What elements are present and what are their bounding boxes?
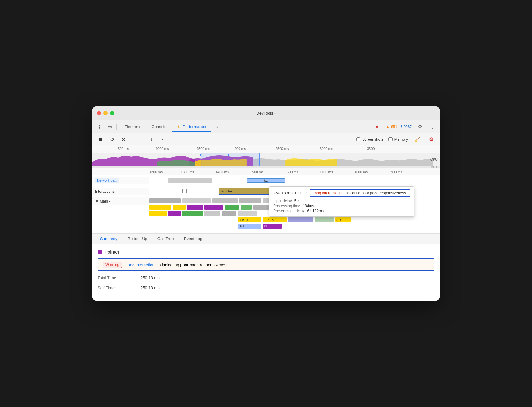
- close-button[interactable]: [97, 111, 101, 115]
- network-bar-1: [168, 178, 212, 183]
- svg-text:Fun...ll: Fun...ll: [239, 218, 248, 222]
- svg-rect-15: [149, 205, 171, 210]
- more-tabs-icon[interactable]: »: [212, 122, 221, 131]
- devtools-window: DevTools - ⊹ ▭ Elements Console ⚠ Perfor…: [92, 106, 440, 301]
- tab-event-log[interactable]: Event Log: [179, 234, 208, 244]
- svg-rect-16: [173, 205, 186, 210]
- tab-bottom-up[interactable]: Bottom-Up: [123, 234, 152, 244]
- svg-rect-31: [238, 211, 257, 216]
- network-bar-t: t...: [247, 178, 285, 183]
- more-vert-icon[interactable]: ⋮: [428, 122, 437, 131]
- interactions-track: Interactions ⊢ Pointer 250.18 ms Pointer: [92, 186, 440, 197]
- controls-separator: [132, 136, 132, 143]
- download-button[interactable]: ↓: [147, 135, 156, 144]
- memory-checkbox-input[interactable]: [388, 137, 393, 141]
- svg-text:t.b.t.r: t.b.t.r: [239, 225, 246, 228]
- timeline-ruler: 500 ms 1000 ms 1500 ms 200 ms 2500 ms 30…: [92, 145, 440, 153]
- network-track: Network pa... t...: [92, 175, 440, 186]
- cpu-svg: [92, 153, 440, 166]
- tab-elements[interactable]: Elements: [119, 122, 146, 132]
- interactions-label: Interactions: [92, 188, 149, 195]
- window-title: DevTools -: [256, 111, 275, 115]
- record-button[interactable]: ⏺: [96, 135, 105, 144]
- svg-rect-18: [204, 205, 223, 210]
- detail-ruler: 1200 ms 1300 ms 1400 ms 1500 ms 1600 ms …: [92, 168, 440, 175]
- performance-warning-icon: ⚠: [177, 125, 180, 129]
- tooltip-presentation: Presentation delay 61.182ms: [273, 209, 410, 213]
- net-bar: NET: [92, 166, 440, 168]
- maximize-button[interactable]: [110, 111, 114, 115]
- tick-3000: 3000 ms: [320, 147, 333, 150]
- network-track-label: Network pa...: [92, 177, 149, 184]
- warning-link[interactable]: Long interaction: [125, 262, 155, 267]
- tab-console[interactable]: Console: [146, 122, 172, 132]
- performance-settings-button[interactable]: ⚙: [427, 135, 436, 144]
- summary-panel: Pointer Warning Long interaction is indi…: [92, 244, 440, 301]
- warning-badge: ▲ 851: [386, 125, 397, 129]
- tab-call-tree[interactable]: Call Tree: [152, 234, 179, 244]
- tab-performance[interactable]: ⚠ Performance: [172, 122, 211, 132]
- warning-label: Warning: [103, 262, 122, 268]
- detail-tick-1400: 1400 ms: [216, 170, 229, 174]
- tick-3500: 3500 ms: [367, 147, 380, 150]
- svg-rect-6: [149, 198, 181, 204]
- warning-box: Warning Long interaction is indicating p…: [98, 258, 434, 271]
- svg-rect-7: [182, 198, 211, 204]
- detail-tick-1900: 1900 ms: [389, 170, 402, 174]
- marker1: [200, 154, 201, 156]
- interaction-tooltip: 250.18 ms Pointer Long interaction is in…: [269, 186, 414, 217]
- controls-right: Screenshots Memory 🧹 ⚙: [356, 135, 436, 144]
- memory-checkbox[interactable]: Memory: [388, 137, 408, 142]
- info-badge: ! 2067: [401, 125, 412, 129]
- clear-button[interactable]: ⊘: [119, 135, 128, 144]
- upload-button[interactable]: ↑: [136, 135, 145, 144]
- svg-rect-9: [239, 198, 261, 204]
- device-icon[interactable]: ▭: [105, 122, 114, 131]
- svg-text:(...): (...): [336, 218, 341, 222]
- tooltip-processing: Processing time 184ms: [273, 204, 410, 208]
- tick-1500: 1500 ms: [197, 147, 210, 150]
- screenshots-checkbox[interactable]: Screenshots: [356, 137, 383, 142]
- marker2: [228, 154, 229, 156]
- svg-rect-21: [149, 211, 167, 216]
- cpu-chart: CPU: [92, 153, 440, 166]
- reload-button[interactable]: ↺: [108, 135, 116, 144]
- dropdown-button[interactable]: ▼: [158, 135, 167, 144]
- tab-summary[interactable]: Summary: [95, 234, 123, 244]
- svg-rect-0: [202, 153, 259, 166]
- info-icon: !: [401, 125, 402, 129]
- svg-text:Fun...all: Fun...all: [264, 218, 275, 222]
- inspector-icon[interactable]: ⊹: [95, 122, 104, 131]
- detail-tick-1700: 1700 ms: [320, 170, 333, 174]
- total-time-stat: Total Time 250.18 ms: [98, 275, 434, 283]
- detail-tick-1500: 1500 ms: [250, 170, 263, 174]
- detail-tick-1200: 1200 ms: [149, 170, 163, 174]
- screenshots-checkbox-input[interactable]: [356, 137, 360, 141]
- interactions-content: ⊢ Pointer 250.18 ms Pointer Long interac…: [149, 186, 440, 197]
- svg-text:Xt: Xt: [264, 225, 267, 228]
- tick-1000: 1000 ms: [156, 147, 169, 150]
- svg-rect-22: [168, 211, 181, 216]
- controls-bar: ⏺ ↺ ⊘ ↑ ↓ ▼ Screenshots Memory 🧹 ⚙: [92, 133, 440, 145]
- tooltip-warning-box: Long interaction is indicating poor page…: [310, 189, 410, 197]
- ruler-spacer: [92, 168, 149, 175]
- network-label-badge: Network pa...: [95, 178, 119, 183]
- tick-2000: 200 ms: [234, 147, 246, 150]
- toolbar-right: ✖ 1 ▲ 851 ! 2067 ⚙ ⋮: [375, 122, 437, 131]
- detail-tick-1800: 1800 ms: [354, 170, 368, 174]
- bottom-tabs: Summary Bottom-Up Call Tree Event Log: [92, 234, 440, 244]
- tooltip-header: 250.18 ms Pointer Long interaction is in…: [273, 189, 410, 197]
- svg-rect-37: [315, 217, 334, 222]
- summary-title: Pointer: [98, 249, 434, 255]
- error-icon: ✖: [375, 125, 379, 129]
- svg-rect-29: [204, 211, 220, 216]
- title-bar: DevTools -: [92, 106, 440, 120]
- minimize-button[interactable]: [103, 111, 108, 115]
- svg-rect-24: [253, 205, 269, 210]
- main-track-label: ▼ Main - ...: [92, 197, 149, 205]
- clear-recordings-button[interactable]: 🧹: [413, 135, 422, 144]
- self-time-stat: Self Time 250.18 ms: [98, 286, 434, 293]
- nav-tabs: Elements Console ⚠ Performance: [119, 122, 211, 132]
- settings-icon[interactable]: ⚙: [416, 122, 424, 131]
- separator: [116, 124, 117, 130]
